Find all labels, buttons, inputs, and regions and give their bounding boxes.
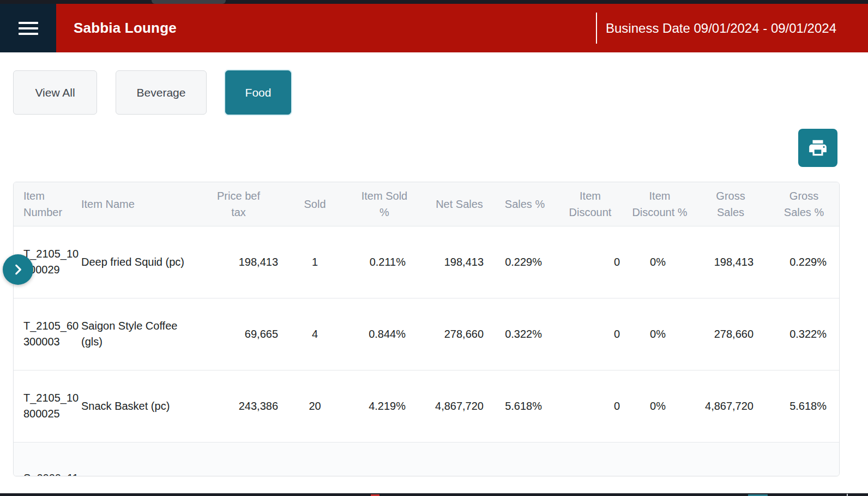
cell-net-sales: 4,867,720 (423, 370, 496, 442)
cell-item-discount-pct: 0% (627, 226, 692, 298)
column-header-sales-pct: Sales % (496, 182, 553, 226)
page-title: Sabbia Lounge (74, 20, 177, 37)
column-header-label: Item Discount % (629, 188, 690, 220)
column-header-label: Sold (304, 196, 326, 212)
cell-sold (284, 442, 346, 476)
cell-sales-pct: 5.618% (496, 370, 553, 442)
cell-item-discount: 0 (553, 226, 627, 298)
column-header-label: Item Discount (563, 188, 618, 220)
column-header-net-sales: Net Sales (423, 182, 496, 226)
cell-sold: 1 (284, 226, 346, 298)
column-header-label: Price bef tax (213, 188, 264, 220)
cell-item-name: Deep fried Squid (pc) (81, 226, 194, 298)
chevron-right-icon (11, 262, 25, 277)
cell-item-number: T_2105_10800025 (14, 370, 81, 442)
column-header-item-number: Item Number (14, 182, 81, 226)
business-date-label: Business Date 09/01/2024 - 09/01/2024 (606, 21, 836, 36)
cell-item-sold-pct: 0.211% (346, 226, 423, 298)
cutoff-divider-mark (847, 494, 848, 496)
cell-gross-sales: 278,660 (692, 298, 769, 370)
cell-item-discount-pct: 0% (627, 298, 692, 370)
hamburger-menu-icon (19, 22, 38, 35)
cell-sales-pct: 0.229% (496, 226, 553, 298)
column-header-label: Item Name (81, 196, 135, 212)
app-header: Sabbia Lounge Business Date 09/01/2024 -… (0, 4, 868, 52)
column-header-item-discount: Item Discount (553, 182, 627, 226)
table-row: T_2105_10800029Deep fried Squid (pc)198,… (14, 226, 839, 298)
cell-price-bef-tax (194, 442, 284, 476)
separator-line (596, 13, 597, 44)
cell-net-sales (423, 442, 496, 476)
cell-price-bef-tax: 198,413 (194, 226, 284, 298)
menu-button[interactable] (0, 4, 56, 52)
category-filters: View All Beverage Food (13, 70, 310, 115)
table-row: T_2105_60300003Saigon Style Coffee (gls)… (14, 298, 839, 370)
cell-gross-sales-pct: 0.322% (769, 298, 839, 370)
filter-beverage-button[interactable]: Beverage (116, 70, 207, 115)
cell-item-name: Snack Basket (pc) (81, 370, 194, 442)
column-header-sold: Sold (284, 182, 346, 226)
cell-price-bef-tax: 69,665 (194, 298, 284, 370)
column-header-label: Gross Sales % (780, 188, 829, 220)
cell-price-bef-tax: 243,386 (194, 370, 284, 442)
print-button[interactable] (798, 129, 837, 167)
cell-item-sold-pct: 4.219% (346, 370, 423, 442)
cell-net-sales: 198,413 (423, 226, 496, 298)
bottom-cutoff-strip (0, 493, 868, 496)
cell-item-discount-pct: 0% (627, 370, 692, 442)
cell-gross-sales: 198,413 (692, 226, 769, 298)
cell-item-discount-pct (627, 442, 692, 476)
cell-gross-sales-pct (769, 442, 839, 476)
browser-edge-strip (0, 0, 868, 4)
table-header: Item NumberItem NamePrice bef taxSoldIte… (14, 182, 839, 226)
column-header-gross-sales: Gross Sales (692, 182, 769, 226)
browser-tab-remnant (152, 0, 226, 4)
column-header-label: Item Number (23, 188, 81, 220)
column-header-gross-sales-pct: Gross Sales % (769, 182, 839, 226)
column-header-label: Net Sales (436, 196, 483, 212)
cell-item-sold-pct: 0.844% (346, 298, 423, 370)
cell-gross-sales: 4,867,720 (692, 370, 769, 442)
cell-sold: 20 (284, 370, 346, 442)
cell-sold: 4 (284, 298, 346, 370)
column-header-label: Item Sold % (359, 188, 411, 220)
cell-item-sold-pct (346, 442, 423, 476)
cell-item-discount (553, 442, 627, 476)
filter-food-button[interactable]: Food (225, 70, 291, 115)
cell-sales-pct: 0.322% (496, 298, 553, 370)
cell-sales-pct (496, 442, 553, 476)
cell-item-discount: 0 (553, 298, 627, 370)
cell-item-name (81, 442, 194, 476)
cell-item-number: T_2105_60300003 (14, 298, 81, 370)
printer-icon (807, 138, 828, 158)
cell-gross-sales-pct: 5.618% (769, 370, 839, 442)
column-header-label: Gross Sales (712, 188, 750, 220)
table-body: T_2105_10800029Deep fried Squid (pc)198,… (14, 226, 839, 476)
cell-gross-sales (692, 442, 769, 476)
cell-item-name: Saigon Style Coffee (gls) (81, 298, 194, 370)
column-header-label: Sales % (505, 196, 545, 212)
business-date-group: Business Date 09/01/2024 - 09/01/2024 (596, 13, 868, 44)
table-row: T_2105_10800025Snack Basket (pc)243,3862… (14, 370, 839, 442)
row-expander-button[interactable] (3, 254, 33, 285)
filter-view-all-button[interactable]: View All (13, 70, 97, 115)
column-header-item-discount-pct: Item Discount % (627, 182, 692, 226)
column-header-price-bef-tax: Price bef tax (194, 182, 284, 226)
cell-item-number: S_0000_11 (14, 442, 81, 476)
table-row: S_0000_11 (14, 442, 839, 476)
items-table: Item NumberItem NamePrice bef taxSoldIte… (14, 182, 839, 476)
column-header-item-sold-pct: Item Sold % (346, 182, 423, 226)
cell-net-sales: 278,660 (423, 298, 496, 370)
cell-item-discount: 0 (553, 370, 627, 442)
column-header-item-name: Item Name (81, 182, 194, 226)
items-table-card: Item NumberItem NamePrice bef taxSoldIte… (13, 182, 840, 476)
cell-gross-sales-pct: 0.229% (769, 226, 839, 298)
